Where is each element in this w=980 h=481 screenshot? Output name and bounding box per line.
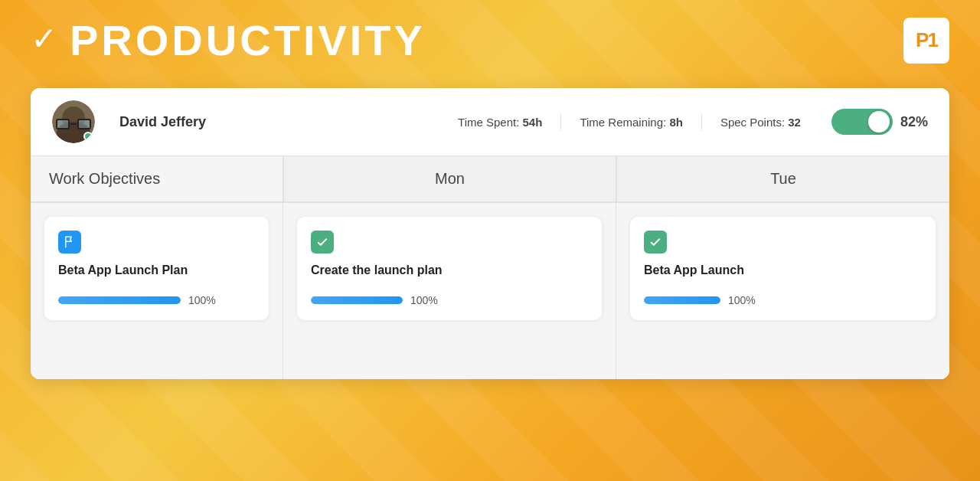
objective-progress: 100% xyxy=(58,294,255,306)
spec-points-stat: Spec Points: 32 xyxy=(702,116,819,129)
glass-right xyxy=(77,119,91,129)
mon-task-title: Create the launch plan xyxy=(311,263,588,279)
objective-card: Beta App Launch Plan 100% xyxy=(44,217,269,320)
time-remaining-stat: Time Remaining: 8h xyxy=(561,116,701,129)
tue-task-title: Beta App Launch xyxy=(644,263,922,279)
tue-task-card: Beta App Launch 100% xyxy=(630,217,936,320)
mon-progress-label: 100% xyxy=(410,294,438,306)
objective-progress-fill xyxy=(58,296,181,304)
title-group: ✓ PRODUCTIVITY xyxy=(31,15,426,65)
mon-task-progress: 100% xyxy=(311,294,588,306)
objectives-body: Beta App Launch Plan 100% xyxy=(31,203,283,379)
app-title: PRODUCTIVITY xyxy=(70,15,426,65)
flag-icon xyxy=(58,231,81,254)
tue-progress-fill xyxy=(644,296,720,304)
time-spent-stat: Time Spent: 54h xyxy=(458,116,560,129)
objective-progress-bar-bg xyxy=(58,296,181,304)
mon-header: Mon xyxy=(283,156,616,203)
spec-points-label: Spec Points: xyxy=(720,116,785,129)
toggle-percent: 82% xyxy=(900,114,928,130)
time-spent-value: 54h xyxy=(523,116,543,129)
check-icon: ✓ xyxy=(31,23,57,55)
objective-title: Beta App Launch Plan xyxy=(58,263,255,279)
tue-progress-label: 100% xyxy=(728,294,756,306)
mon-task-card: Create the launch plan 100% xyxy=(297,217,602,320)
tue-progress-bar-bg xyxy=(644,296,720,304)
avatar-glasses xyxy=(56,119,91,129)
glass-left xyxy=(56,119,70,129)
glass-bridge xyxy=(70,123,77,125)
tue-header: Tue xyxy=(616,156,949,203)
time-remaining-label: Time Remaining: xyxy=(580,116,666,129)
tue-task-progress: 100% xyxy=(644,294,922,306)
time-spent-label: Time Spent: xyxy=(458,116,519,129)
avatar xyxy=(52,100,95,143)
online-indicator xyxy=(83,132,93,141)
toggle-track[interactable] xyxy=(831,109,893,135)
mon-body: Create the launch plan 100% xyxy=(283,203,616,379)
progress-toggle[interactable]: 82% xyxy=(831,109,928,135)
mon-progress-fill xyxy=(311,296,403,304)
tue-check-icon xyxy=(644,231,667,254)
user-name: David Jeffery xyxy=(119,114,206,130)
user-row: David Jeffery Time Spent: 54h Time Remai… xyxy=(31,88,949,156)
logo-badge: P1 xyxy=(903,18,949,64)
user-stats: Time Spent: 54h Time Remaining: 8h Spec … xyxy=(458,109,928,135)
time-remaining-value: 8h xyxy=(669,116,683,129)
spec-points-value: 32 xyxy=(788,116,801,129)
objectives-header: Work Objectives xyxy=(31,156,283,203)
objective-progress-label: 100% xyxy=(188,294,216,306)
logo-text: P1 xyxy=(916,28,937,52)
mon-progress-bar-bg xyxy=(311,296,403,304)
header: ✓ PRODUCTIVITY P1 xyxy=(31,15,949,65)
mon-check-icon xyxy=(311,231,334,254)
tue-body: Beta App Launch 100% xyxy=(616,203,949,379)
main-card: David Jeffery Time Spent: 54h Time Remai… xyxy=(31,88,949,379)
toggle-thumb xyxy=(868,111,890,133)
task-grid: Work Objectives Mon Tue Beta App Launch … xyxy=(31,156,949,379)
